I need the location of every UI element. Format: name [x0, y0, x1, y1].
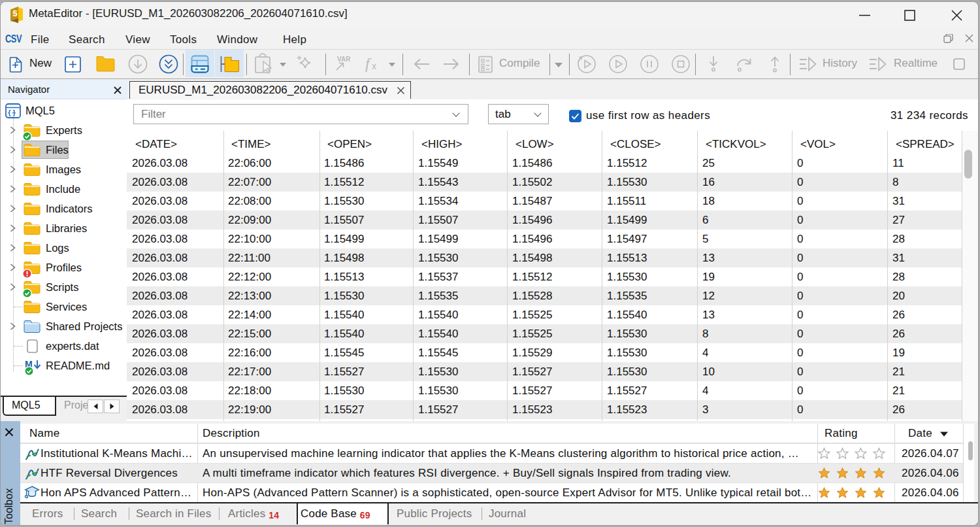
svg-text:VAR: VAR	[337, 56, 351, 63]
svg-text:{ }: { }	[8, 109, 16, 116]
svg-text:5: 5	[13, 9, 18, 18]
svg-text:f: f	[365, 55, 372, 72]
svg-text:x: x	[372, 61, 376, 71]
